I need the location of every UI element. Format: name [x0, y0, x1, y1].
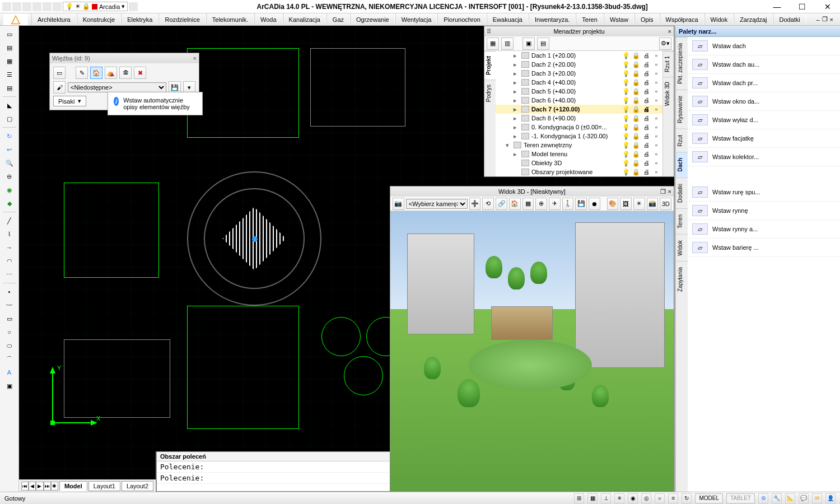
tree-row-7[interactable]: ▸Dach 8 (+90.00)💡🔒🖨▫	[496, 114, 662, 123]
status-tool2-icon[interactable]: 📐	[785, 493, 795, 503]
tree-expand-icon[interactable]: ▸	[514, 151, 519, 158]
qat-print-icon[interactable]	[32, 2, 41, 11]
tool-zoom-icon[interactable]: 🔍	[3, 157, 16, 169]
palette-item-2[interactable]: ▱Wstaw dach pr...	[688, 74, 840, 92]
tree-row-12[interactable]: Obiekty 3D💡🔒🖨▫	[496, 158, 662, 167]
menu-piorunochron[interactable]: Piorunochron	[437, 13, 486, 25]
wiezba-btn-roof2[interactable]: 🏚	[119, 67, 132, 79]
menu-gaz[interactable]: Gaz	[326, 13, 350, 25]
tool-cube-icon[interactable]: ◆	[3, 197, 16, 209]
tree-expand-icon[interactable]: ▸	[514, 88, 519, 95]
menu-woda[interactable]: Woda	[254, 13, 283, 25]
palette-item-10[interactable]: ▱Wstaw barierę ...	[688, 239, 840, 257]
menu-widok[interactable]: Widok	[704, 13, 734, 25]
palette-cat-5[interactable]: Teren	[676, 208, 688, 234]
view3d-btn-add[interactable]: ➕	[469, 198, 481, 210]
tool-rows-icon[interactable]: ▤	[3, 82, 16, 94]
tree-lightbulb-icon[interactable]: 💡	[622, 150, 630, 158]
tree-lightbulb-icon[interactable]: 💡	[622, 114, 630, 122]
tree-lock-icon[interactable]: 🔒	[632, 141, 640, 149]
wiezba-btn-delete[interactable]: ✖	[134, 67, 146, 79]
tree-lock-icon[interactable]: 🔒	[632, 159, 640, 167]
view3d-btn-camera[interactable]: 📷	[393, 198, 404, 210]
tool-box-icon[interactable]: ▢	[3, 113, 16, 125]
tree-row-13[interactable]: Obszary projektowane💡🔒🖨▫	[496, 167, 662, 176]
view3d-btn-home[interactable]: 🏠	[509, 198, 521, 210]
tree-lightbulb-icon[interactable]: 💡	[622, 78, 630, 86]
status-grid-icon[interactable]: ▦	[587, 493, 598, 503]
tree-print-icon[interactable]: 🖨	[642, 132, 650, 140]
minimize-button[interactable]: —	[764, 0, 790, 13]
tree-lock-icon[interactable]: 🔒	[632, 114, 640, 122]
tool-dash-icon[interactable]: ⋯	[3, 268, 16, 281]
palette-item-5[interactable]: ▱Wstaw facjatkę	[688, 129, 840, 148]
view3d-btn-wall[interactable]: ▦	[522, 198, 534, 210]
tree-print-icon[interactable]: 🖨	[642, 78, 650, 86]
mdi-close-icon[interactable]: ×	[830, 16, 833, 23]
tool-text-icon[interactable]: A	[3, 366, 16, 379]
tree-lightbulb-icon[interactable]: 💡	[622, 132, 630, 140]
tree-expand-icon[interactable]: ▸	[514, 79, 519, 86]
tree-row-6[interactable]: ▸Dach 7 (+120.00)💡🔒🖨▫	[496, 105, 662, 114]
status-model-button[interactable]: MODEL	[695, 493, 723, 503]
tree-lightbulb-icon[interactable]: 💡	[622, 105, 630, 113]
palette-item-7[interactable]: ▱Wstaw rurę spu...	[688, 183, 840, 202]
tree-print-icon[interactable]: 🖨	[642, 69, 650, 77]
qat-new-icon[interactable]	[2, 2, 11, 11]
tab-nav-add[interactable]: ✱	[51, 482, 58, 491]
status-cycle-icon[interactable]: ↻	[682, 493, 692, 503]
tool-circle-icon[interactable]: ○	[3, 326, 16, 338]
tool-ellipse-icon[interactable]: ⬭	[3, 339, 16, 352]
palette-cat-1[interactable]: Rysowanie	[676, 90, 688, 129]
status-gear-icon[interactable]: ⚙	[758, 493, 768, 503]
tree-lock-icon[interactable]: 🔒	[632, 105, 640, 113]
tool-window-icon[interactable]: ▭	[3, 28, 16, 40]
status-lwt-icon[interactable]: ≡	[668, 493, 678, 503]
projmgr-btn1[interactable]: ▦	[487, 38, 499, 50]
tree-print-icon[interactable]: 🖨	[642, 168, 650, 176]
menu-inwentaryza.[interactable]: Inwentaryza.	[529, 13, 576, 25]
view3d-btn-link[interactable]: 🔗	[496, 198, 507, 210]
projmgr-grip-icon[interactable]: ⠿	[487, 28, 491, 35]
projmgr-close-icon[interactable]: ×	[668, 28, 671, 35]
tree-lightbulb-icon[interactable]: 💡	[622, 52, 630, 59]
tree-color-icon[interactable]: ▫	[652, 123, 660, 131]
menu-konstrukcje[interactable]: Konstrukcje	[77, 13, 121, 25]
tree-lightbulb-icon[interactable]: 💡	[622, 159, 630, 167]
tree-print-icon[interactable]: 🖨	[642, 141, 650, 149]
palette-cat-3[interactable]: Dach	[676, 152, 688, 177]
tree-print-icon[interactable]: 🖨	[642, 105, 650, 113]
status-mail-icon[interactable]: ✉	[812, 493, 822, 503]
tree-lightbulb-icon[interactable]: 💡	[622, 60, 630, 68]
tree-lightbulb-icon[interactable]: 💡	[622, 168, 630, 176]
menu-elektryka[interactable]: Elektryka	[121, 13, 158, 25]
menu-wentylacja[interactable]: Wentylacja	[395, 13, 438, 25]
maximize-button[interactable]: ☐	[790, 0, 815, 13]
menu-ogrzewanie[interactable]: Ogrzewanie	[350, 13, 395, 25]
wiezba-dropdown[interactable]: <Niedostępne>	[68, 82, 166, 92]
tree-color-icon[interactable]: ▫	[652, 105, 660, 113]
tree-row-5[interactable]: ▸Dach 6 (+40.00)💡🔒🖨▫	[496, 96, 662, 105]
tree-print-icon[interactable]: 🖨	[642, 87, 650, 95]
palette-item-3[interactable]: ▱Wstaw okno da...	[688, 92, 840, 111]
view3d-btn-walk[interactable]: 🚶	[562, 198, 574, 210]
view3d-close-icon[interactable]: ×	[668, 188, 671, 195]
tree-color-icon[interactable]: ▫	[652, 141, 660, 149]
tree-print-icon[interactable]: 🖨	[642, 114, 650, 122]
projmgr-btn3[interactable]: ▣	[522, 38, 535, 50]
layout-tab-model[interactable]: Model	[59, 481, 87, 491]
status-user-icon[interactable]: 👤	[825, 493, 836, 503]
palette-item-6[interactable]: ▱Wstaw kolektor...	[688, 148, 840, 166]
tree-color-icon[interactable]: ▫	[652, 60, 660, 68]
tree-expand-icon[interactable]: ▸	[514, 115, 519, 122]
tool-angle-icon[interactable]: ◣	[3, 99, 16, 111]
tree-lightbulb-icon[interactable]: 💡	[622, 141, 630, 149]
tool-back-icon[interactable]: ↩	[3, 143, 16, 156]
view3d-btn-orbit[interactable]: ⟲	[482, 198, 494, 210]
wiezba-btn-select[interactable]: ▭	[53, 67, 66, 79]
wiezba-close-icon[interactable]: ×	[193, 55, 197, 62]
qat-open-icon[interactable]	[12, 2, 21, 11]
projmgr-btn4[interactable]: ▤	[537, 38, 549, 50]
palette-item-9[interactable]: ▱Wstaw rynny a...	[688, 220, 840, 239]
tree-color-icon[interactable]: ▫	[652, 159, 660, 167]
